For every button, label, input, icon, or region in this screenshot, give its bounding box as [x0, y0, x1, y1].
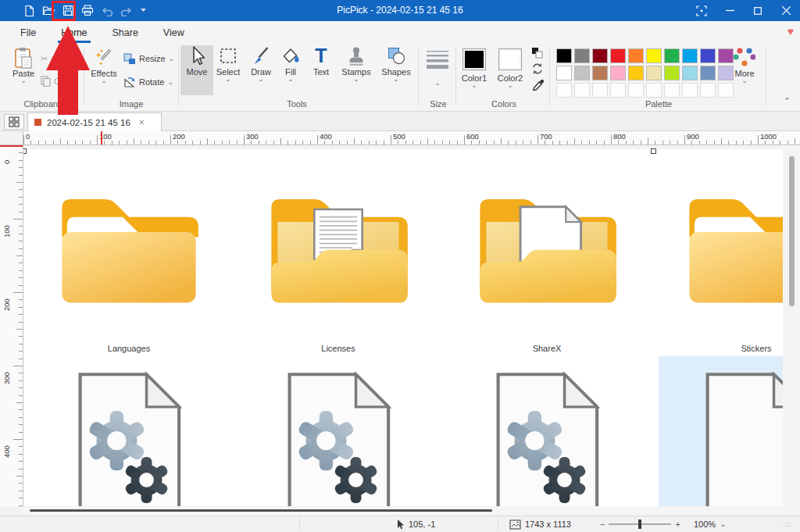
palette-swatch-0-5[interactable]	[646, 48, 662, 63]
horizontal-scrollbar-thumb[interactable]	[30, 509, 492, 512]
ruler-tick	[19, 336, 23, 337]
palette-swatch-0-0[interactable]	[556, 48, 572, 63]
zoom-slider-thumb[interactable]	[638, 520, 641, 529]
ruler-tick	[119, 141, 120, 145]
rotate-button[interactable]: Rotate ⌄	[123, 76, 173, 88]
tool-select[interactable]: Select ⌄	[212, 45, 245, 81]
tool-fill[interactable]: Fill ⌄	[275, 45, 306, 81]
tab-list-button[interactable]	[4, 114, 24, 130]
stamp-icon	[346, 45, 366, 67]
palette-swatch-1-0[interactable]	[556, 66, 572, 80]
palette-swatch-1-4[interactable]	[628, 66, 644, 80]
eyedropper-button[interactable]	[532, 79, 545, 91]
tool-move[interactable]: Move	[180, 45, 213, 95]
horizontal-scrollbar[interactable]	[23, 506, 783, 516]
palette-swatch-1-8[interactable]	[700, 66, 716, 80]
tool-text[interactable]: T Text	[306, 45, 336, 77]
palette-swatch-1-1[interactable]	[574, 66, 590, 80]
ruler-tick	[23, 135, 24, 145]
effects-caret-icon: ⌄	[101, 78, 107, 83]
tab-file[interactable]: File	[8, 21, 48, 45]
palette-swatch-empty-9[interactable]	[718, 83, 734, 98]
tool-shapes[interactable]: Shapes ⌄	[377, 45, 415, 81]
screen-capture-icon[interactable]	[688, 0, 716, 21]
ruler-tick	[302, 141, 303, 145]
palette-swatch-0-7[interactable]	[682, 48, 698, 63]
maximize-button[interactable]	[744, 0, 772, 21]
zoom-out-button[interactable]: −	[600, 520, 605, 529]
ruler-tick	[604, 141, 605, 145]
swap-colors-button[interactable]	[531, 47, 544, 59]
tab-share[interactable]: Share	[100, 21, 151, 45]
palette-swatch-1-6[interactable]	[664, 66, 680, 80]
document-tab[interactable]: 2024-02-15 21 45 16 ×	[27, 112, 162, 131]
zoom-level[interactable]: 100% ⌄	[694, 516, 727, 532]
ruler-tick	[170, 135, 171, 145]
palette-swatch-1-3[interactable]	[610, 66, 626, 80]
selection-handle[interactable]	[651, 148, 656, 154]
palette-swatch-empty-5[interactable]	[646, 83, 662, 98]
palette-swatch-0-6[interactable]	[664, 48, 680, 63]
palette-swatch-1-2[interactable]	[592, 66, 608, 80]
palette-swatch-empty-8[interactable]	[700, 83, 716, 98]
resize-label: Resize	[139, 54, 166, 63]
heart-icon[interactable]: ♥	[788, 25, 794, 37]
grid-icon	[9, 116, 20, 127]
ruler-tick	[471, 141, 472, 145]
color2-button[interactable]: Color2 ⌄	[495, 48, 525, 87]
palette-swatch-empty-1[interactable]	[574, 83, 590, 98]
size-button[interactable]: ⌄	[423, 49, 452, 85]
palette-swatch-1-7[interactable]	[682, 66, 698, 80]
zoom-slider[interactable]	[609, 523, 671, 525]
palette-swatch-0-1[interactable]	[574, 48, 590, 63]
cycle-colors-button[interactable]	[531, 62, 544, 75]
ruler-tick	[148, 141, 149, 145]
ruler-tick	[19, 270, 23, 271]
color1-button[interactable]: Color1 ⌄	[459, 48, 489, 87]
ruler-tick	[19, 241, 23, 241]
ruler-tick	[16, 255, 23, 256]
palette-swatch-1-5[interactable]	[646, 66, 662, 80]
palette-swatch-empty-7[interactable]	[682, 83, 698, 98]
close-button[interactable]	[772, 0, 800, 21]
canvas[interactable]: Languages Licenses ShareX Stickers	[23, 145, 783, 506]
ruler-tick	[19, 322, 23, 323]
vertical-scrollbar-thumb[interactable]	[789, 156, 795, 306]
minimize-button[interactable]	[716, 0, 744, 21]
selection-handle[interactable]	[23, 148, 27, 154]
copy-button[interactable]: Copy	[41, 76, 74, 87]
paste-button[interactable]: Paste ⌄	[8, 47, 39, 83]
more-colors-icon	[734, 47, 755, 67]
vertical-scrollbar[interactable]	[784, 145, 800, 516]
tool-draw[interactable]: Draw ⌄	[245, 45, 277, 81]
effects-button[interactable]: Effects ⌄	[88, 47, 120, 83]
palette-swatch-empty-6[interactable]	[664, 83, 680, 98]
tab-view[interactable]: View	[151, 21, 197, 45]
resize-grip[interactable]: .::	[783, 516, 791, 532]
palette-grid	[556, 48, 734, 98]
palette-swatch-0-3[interactable]	[610, 48, 626, 63]
collapse-ribbon-button[interactable]: ⌃	[784, 96, 791, 106]
resize-button[interactable]: Resize ⌄	[123, 52, 174, 65]
palette-swatch-empty-4[interactable]	[628, 83, 644, 98]
palette-swatch-empty-0[interactable]	[556, 83, 572, 98]
tab-close-icon[interactable]: ×	[139, 117, 145, 128]
ruler-tick	[332, 141, 333, 145]
zoom-in-button[interactable]: +	[675, 520, 680, 529]
ruler-tick	[369, 141, 370, 145]
ruler-tick	[780, 141, 780, 145]
more-colors-button[interactable]: More ⌄	[728, 47, 761, 83]
tool-stamps[interactable]: Stamps ⌄	[338, 45, 375, 81]
move-label: Move	[187, 67, 208, 77]
palette-swatch-empty-3[interactable]	[610, 83, 626, 98]
palette-swatch-0-4[interactable]	[628, 48, 644, 63]
tab-home[interactable]: Home	[48, 21, 99, 45]
palette-swatch-0-2[interactable]	[592, 48, 608, 63]
brush-icon	[251, 45, 271, 67]
ribbon-tab-row: File Home Share View ♥	[0, 21, 800, 45]
cut-button[interactable]: ✂ Cut	[41, 54, 64, 64]
palette-swatch-empty-2[interactable]	[592, 83, 608, 98]
color1-swatch	[462, 48, 486, 70]
ruler-tick	[376, 141, 377, 145]
palette-swatch-0-8[interactable]	[700, 48, 716, 63]
